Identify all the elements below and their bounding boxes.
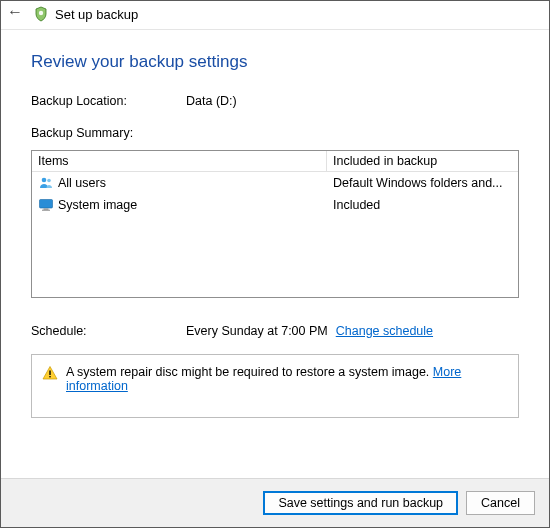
list-item-included: Included xyxy=(327,195,518,215)
content-area: Review your backup settings Backup Locat… xyxy=(1,30,549,478)
schedule-value: Every Sunday at 7:00 PM xyxy=(186,324,328,338)
svg-rect-3 xyxy=(40,200,53,209)
list-header: Items Included in backup xyxy=(32,151,518,172)
svg-point-1 xyxy=(42,178,47,183)
backup-location-value: Data (D:) xyxy=(186,94,237,108)
warning-message: A system repair disc might be required t… xyxy=(66,365,429,379)
warning-box: A system repair disc might be required t… xyxy=(31,354,519,418)
list-row[interactable]: System image Included xyxy=(32,194,518,216)
page-heading: Review your backup settings xyxy=(31,52,519,72)
list-item-label: All users xyxy=(58,176,106,190)
warning-text: A system repair disc might be required t… xyxy=(66,365,508,393)
svg-rect-7 xyxy=(49,376,50,377)
svg-rect-6 xyxy=(49,371,50,376)
svg-point-2 xyxy=(47,179,51,183)
list-item-included: Default Windows folders and... xyxy=(327,173,518,193)
backup-summary-list: Items Included in backup All users Defau… xyxy=(31,150,519,298)
list-row[interactable]: All users Default Windows folders and... xyxy=(32,172,518,194)
titlebar: ← Set up backup xyxy=(1,1,549,30)
svg-point-0 xyxy=(39,11,43,15)
back-arrow-icon[interactable]: ← xyxy=(7,3,27,21)
users-icon xyxy=(38,175,54,191)
backup-shield-icon xyxy=(33,6,49,22)
backup-summary-label: Backup Summary: xyxy=(31,126,519,140)
backup-location-row: Backup Location: Data (D:) xyxy=(31,94,519,108)
svg-rect-5 xyxy=(42,210,50,211)
save-run-backup-button[interactable]: Save settings and run backup xyxy=(263,491,458,515)
column-included[interactable]: Included in backup xyxy=(327,151,518,171)
svg-rect-4 xyxy=(44,209,49,210)
footer: Save settings and run backup Cancel xyxy=(1,478,549,527)
change-schedule-link[interactable]: Change schedule xyxy=(336,324,433,338)
cancel-button[interactable]: Cancel xyxy=(466,491,535,515)
warning-icon xyxy=(42,365,58,381)
monitor-icon xyxy=(38,197,54,213)
schedule-row: Schedule: Every Sunday at 7:00 PM Change… xyxy=(31,324,519,338)
window-title: Set up backup xyxy=(55,7,138,22)
schedule-label: Schedule: xyxy=(31,324,186,338)
list-item-label: System image xyxy=(58,198,137,212)
backup-location-label: Backup Location: xyxy=(31,94,186,108)
column-items[interactable]: Items xyxy=(32,151,327,171)
